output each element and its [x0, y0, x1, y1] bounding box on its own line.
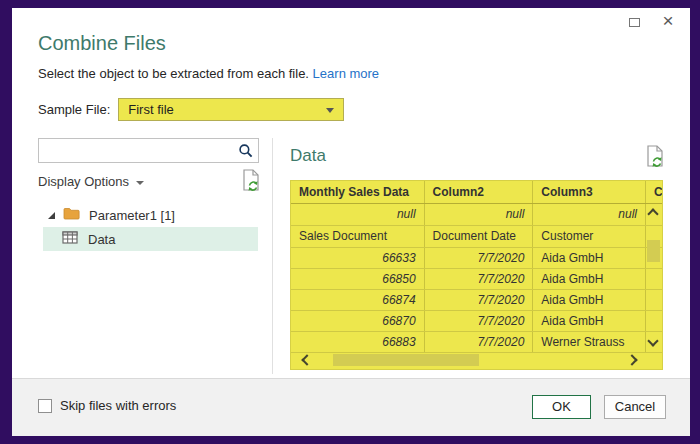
- search-icon[interactable]: [238, 143, 254, 163]
- table-row: 66870 7/7/2020 Aida GmbH: [291, 311, 662, 332]
- tree-item-label: Data: [88, 232, 115, 247]
- tree-item-data-selected[interactable]: Data: [43, 227, 258, 251]
- combine-files-dialog: × Combine Files Select the object to be …: [0, 0, 700, 444]
- table-row: 66883 7/7/2020 Werner Strauss: [291, 332, 662, 353]
- close-button[interactable]: ×: [658, 12, 678, 32]
- maximize-button[interactable]: [624, 12, 644, 32]
- learn-more-link[interactable]: Learn more: [313, 66, 379, 81]
- horizontal-scroll-thumb[interactable]: [333, 354, 479, 366]
- cancel-button[interactable]: Cancel: [604, 395, 666, 419]
- table-row: 66633 7/7/2020 Aida GmbH: [291, 248, 662, 269]
- data-preview-table: Monthly Sales Data Column2 Column3 Col n…: [290, 180, 663, 370]
- column-header[interactable]: Col: [646, 181, 662, 203]
- column-header[interactable]: Column3: [533, 181, 646, 203]
- ok-button[interactable]: OK: [532, 395, 591, 419]
- column-header[interactable]: Monthly Sales Data: [291, 181, 425, 203]
- checkbox-unchecked-icon[interactable]: [38, 399, 52, 413]
- table-row: 66850 7/7/2020 Aida GmbH: [291, 269, 662, 290]
- refresh-data-icon[interactable]: [644, 144, 666, 172]
- tree-item-label: Parameter1 [1]: [89, 208, 175, 223]
- chevron-down-icon: [326, 108, 334, 113]
- maximize-icon: [629, 18, 640, 27]
- chevron-down-icon: [136, 181, 144, 185]
- table-row: null null null: [291, 204, 662, 226]
- search-input[interactable]: [43, 140, 233, 161]
- sample-file-dropdown[interactable]: First file: [118, 98, 344, 121]
- tree-item-parameter1[interactable]: Parameter1 [1]: [48, 205, 175, 225]
- search-box: [38, 138, 259, 163]
- expand-collapse-icon[interactable]: [48, 212, 55, 219]
- scroll-left-icon[interactable]: [301, 354, 312, 365]
- table-row: Sales Document Document Date Customer: [291, 226, 662, 248]
- dialog-window: × Combine Files Select the object to be …: [12, 8, 690, 436]
- sample-file-label: Sample File:: [38, 102, 110, 117]
- horizontal-scrollbar[interactable]: [291, 351, 646, 369]
- close-icon: ×: [662, 10, 673, 31]
- scroll-up-icon[interactable]: [647, 208, 658, 219]
- footer-buttons: OK Cancel: [532, 395, 666, 419]
- vertical-scrollbar[interactable]: [645, 204, 662, 353]
- panel-divider: [272, 138, 273, 374]
- table-icon: [62, 230, 78, 248]
- vertical-scroll-thumb[interactable]: [647, 240, 660, 262]
- window-controls: ×: [624, 12, 678, 32]
- display-options-menu[interactable]: Display Options: [38, 174, 144, 189]
- skip-files-checkbox-row[interactable]: Skip files with errors: [38, 398, 176, 413]
- column-header[interactable]: Column2: [425, 181, 534, 203]
- dialog-footer: Skip files with errors OK Cancel: [12, 378, 690, 436]
- scroll-down-icon[interactable]: [647, 335, 658, 346]
- table-header-row: Monthly Sales Data Column2 Column3 Col: [291, 181, 662, 204]
- page-title: Combine Files: [38, 32, 166, 55]
- refresh-preview-icon[interactable]: [240, 168, 262, 196]
- scroll-right-icon[interactable]: [626, 354, 637, 365]
- dialog-subtitle: Select the object to be extracted from e…: [38, 66, 379, 81]
- table-row: 66874 7/7/2020 Aida GmbH: [291, 290, 662, 311]
- sample-file-value: First file: [128, 102, 174, 117]
- sample-file-row: Sample File: First file: [38, 98, 344, 121]
- skip-files-label: Skip files with errors: [60, 398, 176, 413]
- folder-icon: [63, 206, 80, 224]
- data-section-title: Data: [290, 146, 326, 166]
